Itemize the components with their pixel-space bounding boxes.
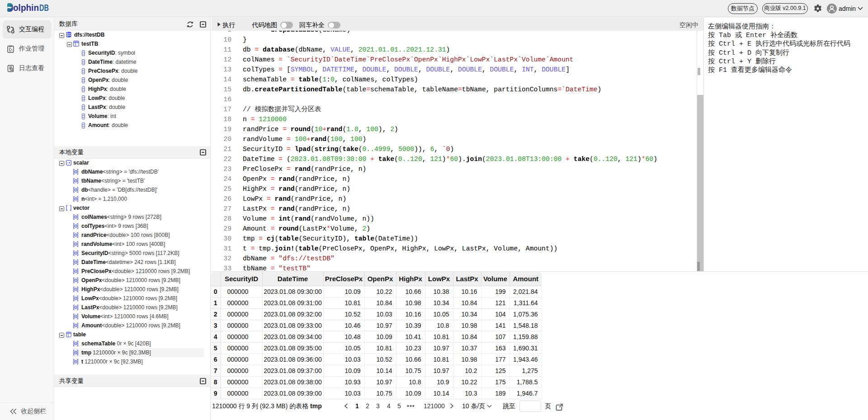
svg-text:olphin: olphin [13,3,39,13]
svg-text:DB: DB [39,3,49,13]
